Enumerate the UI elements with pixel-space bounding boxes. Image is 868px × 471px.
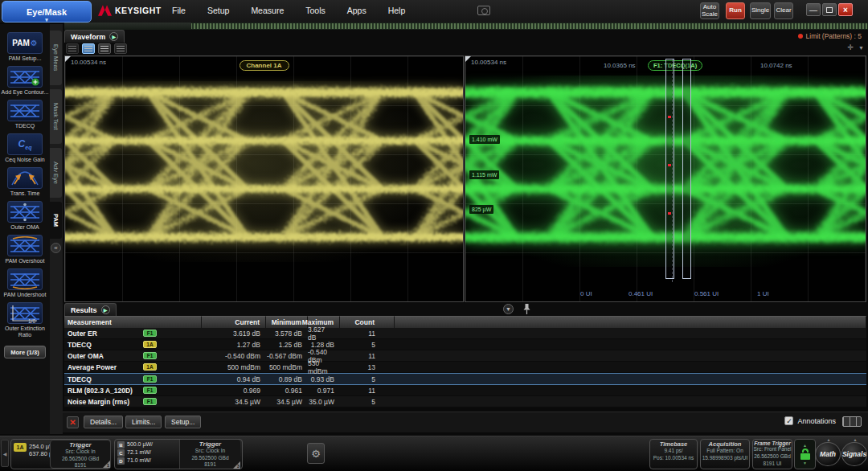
- setup-button[interactable]: Setup...: [165, 416, 201, 428]
- marker-bar-left[interactable]: [665, 59, 674, 279]
- sidebar-item-trans-time[interactable]: Trans. Time: [1, 167, 49, 197]
- tab-eye-meas[interactable]: Eye Meas: [50, 31, 62, 85]
- limits-button[interactable]: Limits...: [125, 416, 162, 428]
- clear-button[interactable]: Clear: [774, 2, 793, 19]
- more-pages-button[interactable]: More (1/3): [4, 346, 46, 358]
- toolbar-dropdown-icon[interactable]: ▼: [858, 45, 864, 51]
- count-value: 5: [340, 339, 395, 350]
- minimum-value: 1.25 dB: [266, 339, 308, 350]
- menu-help[interactable]: Help: [388, 6, 406, 15]
- auto-scale-button[interactable]: Auto Scale: [700, 2, 719, 19]
- annotations-checkbox[interactable]: ✓: [784, 416, 793, 425]
- table-row[interactable]: Outer ER F1 3.619 dB 3.578 dB 3.627 dB 1…: [64, 328, 866, 339]
- side-tab-strip: Eye Meas Mask Test Adv Eye PAM «: [50, 24, 63, 434]
- maximum-value: 530 mdBm: [308, 362, 340, 372]
- waveform-tab-label: Waveform: [71, 33, 105, 41]
- timebase-panel[interactable]: Timebase 9.41 ps/ Pos: 10.00534 ns: [649, 439, 698, 469]
- menu-measure[interactable]: Measure: [251, 6, 284, 15]
- pin-icon[interactable]: [522, 303, 531, 315]
- move-crosshair-icon[interactable]: ✛: [847, 43, 854, 51]
- time-label-right: 10.0742 ns: [760, 62, 792, 69]
- close-button[interactable]: ×: [838, 3, 853, 16]
- sidebar-item-add-eye-contour[interactable]: Add Eye Contour...: [1, 66, 49, 96]
- marker-hit-dot: [668, 116, 671, 118]
- restore-button[interactable]: [822, 3, 837, 16]
- add-eye-contour-icon: [7, 66, 43, 88]
- timestamp-label: 10.00534 ns: [71, 59, 106, 66]
- table-row[interactable]: RLM (802.3 A_120D) F1 0.969 0.961 0.971 …: [64, 385, 866, 396]
- minimize-button[interactable]: —: [806, 3, 821, 16]
- col-measurement[interactable]: Measurement: [64, 316, 202, 328]
- graticule-tdecq-function[interactable]: 10.00534 ns 10.0365 ns F1: TDECQ(1A) 10.…: [465, 55, 866, 302]
- table-row[interactable]: Noise Margin (rms) F1 34.5 µW 34.5 µW 35…: [64, 396, 866, 408]
- menu-setup[interactable]: Setup: [207, 6, 229, 15]
- col-current[interactable]: Current: [202, 316, 266, 328]
- layout-single-button[interactable]: [66, 43, 79, 54]
- sidebar-item-outer-oma[interactable]: Outer OMA: [1, 201, 49, 231]
- collapse-sidebar-button[interactable]: «: [51, 243, 61, 253]
- sidebar-item-ceq-noise-gain[interactable]: Ceq Ceq Noise Gain: [1, 133, 49, 163]
- signals-button[interactable]: Signals: [841, 442, 867, 466]
- sidebar-item-pam-undershoot[interactable]: PAM Undershoot: [1, 268, 49, 298]
- annotations-toggle[interactable]: ✓ Annotations: [784, 416, 836, 425]
- menu-apps[interactable]: Apps: [347, 6, 366, 15]
- play-icon[interactable]: ▶: [101, 305, 110, 314]
- col-count[interactable]: Count: [340, 316, 395, 328]
- app-mode-button[interactable]: Eye/Mask ▾: [2, 1, 92, 23]
- single-button[interactable]: Single: [750, 2, 771, 19]
- menu-file[interactable]: File: [172, 6, 186, 15]
- tab-waveform[interactable]: Waveform ▶: [64, 30, 125, 43]
- measurement-name: Noise Margin (rms): [68, 398, 129, 406]
- acquisition-panel[interactable]: Acquisition Full Pattern: On 15.98998903…: [700, 439, 750, 469]
- lock-button[interactable]: ▲ ▼: [794, 439, 816, 469]
- table-row-selected[interactable]: TDECQ F1 0.94 dB 0.89 dB 0.93 dB 5: [64, 373, 866, 385]
- tab-results[interactable]: Results ▶: [64, 303, 117, 316]
- results-footer: ✕ Details... Limits... Setup... ✓ Annota…: [63, 412, 868, 432]
- channel-badge[interactable]: Channel 1A: [239, 60, 289, 71]
- sidebar-item-label: Outer Extinction Ratio: [1, 326, 49, 338]
- camera-icon[interactable]: [477, 6, 490, 15]
- menu-tools[interactable]: Tools: [305, 6, 326, 15]
- tab-adv-eye[interactable]: Adv Eye: [50, 148, 62, 198]
- ui-axis-label: 1 UI: [757, 290, 769, 297]
- acquisition-density: 15.98998903 pts/UI: [701, 455, 749, 462]
- ui-axis-label: 0 UI: [580, 290, 592, 297]
- play-icon[interactable]: ▶: [109, 32, 118, 41]
- tab-pam[interactable]: PAM: [50, 202, 62, 239]
- frame-trigger-panel[interactable]: Frame Trigger Src: Front Panel 26.562500…: [752, 439, 792, 469]
- sidebar-item-pam-setup[interactable]: PAM⚙ PAM Setup...: [1, 32, 49, 62]
- sidebar-item-tdecq[interactable]: TDECQ: [1, 100, 49, 129]
- layout-rows-button[interactable]: [98, 43, 111, 54]
- sidebar-item-pam-overshoot[interactable]: PAM Overshoot: [1, 235, 49, 264]
- trigger-panel-1[interactable]: Trigger Src: Clock In 26.562500 GBd 8191…: [50, 440, 111, 469]
- trigger-panel-2[interactable]: Trigger Src: Clock In 26.562500 GBd 8191…: [179, 440, 240, 469]
- run-button[interactable]: Run: [726, 2, 745, 19]
- measurement-name: TDECQ: [68, 375, 92, 383]
- math-button[interactable]: Math: [815, 442, 841, 466]
- trigger-source: Src: Clock In: [51, 448, 110, 456]
- marker-bar-right[interactable]: [682, 59, 691, 279]
- statusbar-scroll-left-button[interactable]: ◀: [1, 440, 9, 467]
- collapse-results-icon[interactable]: ▼: [503, 304, 514, 314]
- delete-measurement-button[interactable]: ✕: [67, 416, 79, 428]
- layout-grid-button[interactable]: [114, 43, 127, 54]
- details-button[interactable]: Details...: [84, 416, 123, 428]
- annotation-table-icon[interactable]: [842, 416, 862, 427]
- function-badge[interactable]: F1: TDECQ(1A): [648, 60, 702, 71]
- tab-mask-test[interactable]: Mask Test: [50, 89, 62, 144]
- current-value: 1.27 dB: [202, 339, 266, 350]
- graticule-channel-1a[interactable]: 10.00534 ns Channel 1A: [64, 55, 464, 302]
- trigger-pattern-length: 8191: [180, 461, 240, 469]
- current-value: 0.969: [202, 385, 266, 395]
- channels-bcd-panel[interactable]: B 500.0 µW/ C 72.1 mW/ D 71.0 mW/ Trigge…: [114, 439, 243, 469]
- statusbar-gear-icon[interactable]: ⚙: [307, 443, 325, 464]
- layout-split-button[interactable]: [82, 43, 95, 54]
- outer-extinction-ratio-icon: 1/0: [7, 302, 43, 324]
- table-row[interactable]: Outer OMA F1 -0.540 dBm -0.567 dBm -0.54…: [64, 350, 866, 362]
- minimum-value: 0.961: [266, 385, 308, 395]
- sidebar-item-outer-extinction-ratio[interactable]: 1/0 Outer Extinction Ratio: [1, 302, 49, 338]
- table-row[interactable]: TDECQ 1A 1.27 dB 1.25 dB 1.28 dB 5: [64, 339, 866, 350]
- keysight-logo: KEYSIGHT: [98, 5, 162, 16]
- sidebar-item-label: Outer OMA: [10, 224, 39, 231]
- table-row[interactable]: Average Power 1A 500 mdBm 500 mdBm 530 m…: [64, 362, 866, 373]
